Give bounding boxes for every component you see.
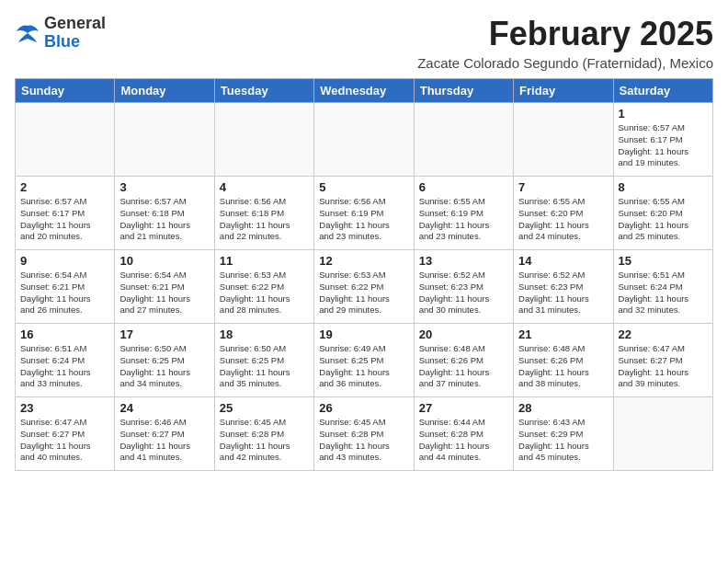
calendar-cell: 28Sunrise: 6:43 AM Sunset: 6:29 PM Dayli… (514, 397, 613, 471)
day-number: 7 (518, 180, 608, 194)
calendar-cell: 7Sunrise: 6:55 AM Sunset: 6:20 PM Daylig… (514, 177, 613, 250)
day-number: 11 (220, 254, 309, 268)
week-row-3: 9Sunrise: 6:54 AM Sunset: 6:21 PM Daylig… (16, 250, 713, 324)
day-info: Sunrise: 6:55 AM Sunset: 6:20 PM Dayligh… (518, 196, 608, 243)
day-info: Sunrise: 6:55 AM Sunset: 6:20 PM Dayligh… (619, 196, 708, 243)
week-row-1: 1Sunrise: 6:57 AM Sunset: 6:17 PM Daylig… (16, 103, 713, 177)
calendar-cell: 18Sunrise: 6:50 AM Sunset: 6:25 PM Dayli… (214, 324, 313, 397)
days-header-row: SundayMondayTuesdayWednesdayThursdayFrid… (16, 79, 713, 103)
day-info: Sunrise: 6:57 AM Sunset: 6:17 PM Dayligh… (20, 196, 109, 243)
week-row-5: 23Sunrise: 6:47 AM Sunset: 6:27 PM Dayli… (16, 397, 713, 471)
day-number: 13 (419, 254, 508, 268)
logo-general: General (44, 15, 106, 33)
calendar-cell (115, 103, 214, 177)
calendar-cell: 19Sunrise: 6:49 AM Sunset: 6:25 PM Dayli… (314, 324, 414, 397)
day-number: 10 (119, 254, 209, 268)
col-header-saturday: Saturday (613, 79, 712, 103)
header: General Blue February 2025 Zacate Colora… (15, 15, 713, 71)
calendar-cell (314, 103, 414, 177)
day-number: 1 (619, 107, 708, 121)
day-info: Sunrise: 6:44 AM Sunset: 6:28 PM Dayligh… (419, 417, 508, 464)
day-info: Sunrise: 6:48 AM Sunset: 6:26 PM Dayligh… (419, 343, 508, 390)
calendar-cell (214, 103, 313, 177)
week-row-2: 2Sunrise: 6:57 AM Sunset: 6:17 PM Daylig… (16, 177, 713, 250)
day-info: Sunrise: 6:45 AM Sunset: 6:28 PM Dayligh… (319, 417, 408, 464)
logo-text: General Blue (44, 15, 106, 52)
calendar-cell: 4Sunrise: 6:56 AM Sunset: 6:18 PM Daylig… (214, 177, 313, 250)
calendar-cell: 16Sunrise: 6:51 AM Sunset: 6:24 PM Dayli… (16, 324, 115, 397)
day-number: 20 (419, 327, 508, 341)
day-number: 15 (619, 254, 708, 268)
calendar-cell: 11Sunrise: 6:53 AM Sunset: 6:22 PM Dayli… (214, 250, 313, 324)
col-header-sunday: Sunday (16, 79, 115, 103)
day-number: 9 (20, 254, 109, 268)
day-info: Sunrise: 6:47 AM Sunset: 6:27 PM Dayligh… (20, 417, 109, 464)
location-subtitle: Zacate Colorado Segundo (Fraternidad), M… (417, 55, 713, 71)
day-number: 27 (419, 401, 508, 415)
day-info: Sunrise: 6:51 AM Sunset: 6:24 PM Dayligh… (20, 343, 109, 390)
day-info: Sunrise: 6:54 AM Sunset: 6:21 PM Dayligh… (119, 270, 209, 316)
day-info: Sunrise: 6:43 AM Sunset: 6:29 PM Dayligh… (518, 417, 608, 464)
day-info: Sunrise: 6:50 AM Sunset: 6:25 PM Dayligh… (119, 343, 209, 390)
week-row-4: 16Sunrise: 6:51 AM Sunset: 6:24 PM Dayli… (16, 324, 713, 397)
day-info: Sunrise: 6:52 AM Sunset: 6:23 PM Dayligh… (419, 270, 508, 316)
day-number: 14 (518, 254, 608, 268)
month-title: February 2025 (417, 15, 713, 53)
day-number: 26 (319, 401, 408, 415)
day-number: 12 (319, 254, 408, 268)
day-number: 5 (319, 180, 408, 194)
calendar-cell: 14Sunrise: 6:52 AM Sunset: 6:23 PM Dayli… (514, 250, 613, 324)
calendar-cell: 21Sunrise: 6:48 AM Sunset: 6:26 PM Dayli… (514, 324, 613, 397)
day-number: 28 (518, 401, 608, 415)
calendar-cell: 1Sunrise: 6:57 AM Sunset: 6:17 PM Daylig… (613, 103, 712, 177)
calendar-cell: 27Sunrise: 6:44 AM Sunset: 6:28 PM Dayli… (414, 397, 513, 471)
calendar-cell: 8Sunrise: 6:55 AM Sunset: 6:20 PM Daylig… (613, 177, 712, 250)
day-info: Sunrise: 6:57 AM Sunset: 6:18 PM Dayligh… (119, 196, 209, 243)
col-header-wednesday: Wednesday (314, 79, 414, 103)
day-info: Sunrise: 6:48 AM Sunset: 6:26 PM Dayligh… (518, 343, 608, 390)
calendar-cell: 9Sunrise: 6:54 AM Sunset: 6:21 PM Daylig… (16, 250, 115, 324)
day-number: 18 (220, 327, 309, 341)
calendar-cell: 26Sunrise: 6:45 AM Sunset: 6:28 PM Dayli… (314, 397, 414, 471)
day-number: 6 (419, 180, 508, 194)
calendar-cell: 2Sunrise: 6:57 AM Sunset: 6:17 PM Daylig… (16, 177, 115, 250)
day-number: 25 (220, 401, 309, 415)
day-info: Sunrise: 6:57 AM Sunset: 6:17 PM Dayligh… (619, 122, 708, 169)
calendar-cell (613, 397, 712, 471)
calendar-table: SundayMondayTuesdayWednesdayThursdayFrid… (15, 78, 713, 471)
col-header-tuesday: Tuesday (214, 79, 313, 103)
title-block: February 2025 Zacate Colorado Segundo (F… (417, 15, 713, 71)
day-number: 19 (319, 327, 408, 341)
day-info: Sunrise: 6:53 AM Sunset: 6:22 PM Dayligh… (220, 270, 309, 316)
day-info: Sunrise: 6:46 AM Sunset: 6:27 PM Dayligh… (119, 417, 209, 464)
day-info: Sunrise: 6:50 AM Sunset: 6:25 PM Dayligh… (220, 343, 309, 390)
col-header-monday: Monday (115, 79, 214, 103)
logo-blue: Blue (44, 33, 106, 52)
calendar-cell: 24Sunrise: 6:46 AM Sunset: 6:27 PM Dayli… (115, 397, 214, 471)
calendar-cell (514, 103, 613, 177)
calendar-cell (414, 103, 513, 177)
calendar-cell: 22Sunrise: 6:47 AM Sunset: 6:27 PM Dayli… (613, 324, 712, 397)
calendar-cell: 25Sunrise: 6:45 AM Sunset: 6:28 PM Dayli… (214, 397, 313, 471)
day-info: Sunrise: 6:47 AM Sunset: 6:27 PM Dayligh… (619, 343, 708, 390)
day-info: Sunrise: 6:45 AM Sunset: 6:28 PM Dayligh… (220, 417, 309, 464)
day-info: Sunrise: 6:56 AM Sunset: 6:19 PM Dayligh… (319, 196, 408, 243)
calendar-cell: 6Sunrise: 6:55 AM Sunset: 6:19 PM Daylig… (414, 177, 513, 250)
day-number: 4 (220, 180, 309, 194)
calendar-cell: 17Sunrise: 6:50 AM Sunset: 6:25 PM Dayli… (115, 324, 214, 397)
logo: General Blue (15, 15, 106, 52)
calendar-cell (16, 103, 115, 177)
day-info: Sunrise: 6:56 AM Sunset: 6:18 PM Dayligh… (220, 196, 309, 243)
calendar-cell: 10Sunrise: 6:54 AM Sunset: 6:21 PM Dayli… (115, 250, 214, 324)
day-number: 24 (119, 401, 209, 415)
day-info: Sunrise: 6:54 AM Sunset: 6:21 PM Dayligh… (20, 270, 109, 316)
day-number: 21 (518, 327, 608, 341)
day-number: 17 (119, 327, 209, 341)
col-header-thursday: Thursday (414, 79, 513, 103)
calendar-cell: 12Sunrise: 6:53 AM Sunset: 6:22 PM Dayli… (314, 250, 414, 324)
day-info: Sunrise: 6:51 AM Sunset: 6:24 PM Dayligh… (619, 270, 708, 316)
col-header-friday: Friday (514, 79, 613, 103)
calendar-cell: 15Sunrise: 6:51 AM Sunset: 6:24 PM Dayli… (613, 250, 712, 324)
day-info: Sunrise: 6:49 AM Sunset: 6:25 PM Dayligh… (319, 343, 408, 390)
day-number: 2 (20, 180, 109, 194)
